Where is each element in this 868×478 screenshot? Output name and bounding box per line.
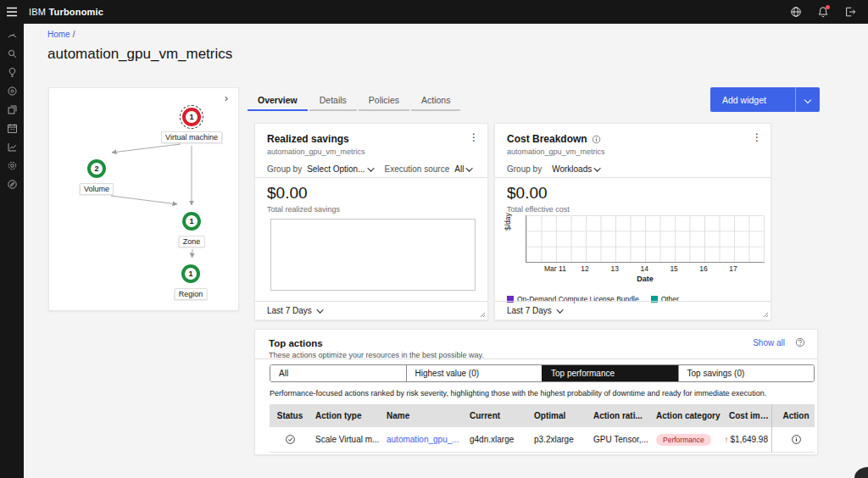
top-actions-header: Top actions These actions optimize your … bbox=[255, 330, 817, 359]
col-action[interactable]: Action bbox=[771, 404, 815, 427]
globe-icon[interactable] bbox=[788, 4, 804, 19]
col-action-category[interactable]: Action category bbox=[651, 411, 724, 420]
group-by-label: Group by bbox=[267, 164, 302, 174]
realized-savings-header: Realized savings ⋮ automation_gpu_vm_met… bbox=[255, 124, 487, 178]
empty-chart-placeholder bbox=[270, 219, 476, 291]
supply-chain-arrows bbox=[49, 88, 240, 312]
current-cell: g4dn.xlarge bbox=[465, 435, 529, 444]
supply-chain-node-region[interactable]: 1 bbox=[181, 264, 200, 283]
node-label-zone[interactable]: Zone bbox=[179, 236, 205, 247]
topbar-actions bbox=[788, 4, 868, 19]
resize-handle[interactable] bbox=[479, 311, 486, 318]
chevron-down-icon bbox=[367, 164, 374, 171]
filter-top-savings[interactable]: Top savings (0) bbox=[678, 365, 815, 381]
realized-savings-card: Realized savings ⋮ automation_gpu_vm_met… bbox=[254, 123, 488, 320]
hamburger-menu-icon[interactable] bbox=[0, 0, 24, 24]
breadcrumb-separator: / bbox=[73, 30, 75, 39]
kebab-menu-icon[interactable]: ⋮ bbox=[752, 132, 762, 142]
top-bar: IBM Turbonomic bbox=[0, 0, 868, 24]
location-target-icon[interactable] bbox=[5, 85, 19, 97]
plans-copy-icon[interactable] bbox=[5, 103, 19, 116]
tab-details[interactable]: Details bbox=[309, 90, 357, 111]
cost-breakdown-chart: $/day Mar 11 12 13 14 15 16 17 Date bbox=[507, 215, 765, 283]
schedule-calendar-icon[interactable] bbox=[5, 122, 19, 135]
x-axis-ticks: Mar 11 12 13 14 15 16 17 bbox=[526, 264, 765, 273]
viewport-corner-widget bbox=[854, 467, 868, 478]
lightbulb-icon[interactable] bbox=[5, 66, 19, 79]
show-all-link[interactable]: Show all bbox=[753, 338, 785, 347]
chevron-down-icon bbox=[316, 306, 323, 313]
node-label-volume[interactable]: Volume bbox=[80, 183, 114, 195]
analytics-chart-icon[interactable] bbox=[5, 141, 19, 153]
kebab-menu-icon[interactable]: ⋮ bbox=[469, 132, 479, 142]
x-tick: 14 bbox=[640, 264, 648, 273]
group-by-select[interactable]: Select Option... bbox=[307, 164, 374, 174]
add-widget-button[interactable]: Add widget bbox=[710, 87, 795, 112]
compass-navigate-icon[interactable] bbox=[5, 178, 19, 191]
x-tick: 15 bbox=[670, 264, 677, 273]
action-details-info-icon[interactable] bbox=[791, 434, 802, 445]
col-action-rationale[interactable]: Action rati... bbox=[588, 411, 651, 420]
execution-source-select[interactable]: All bbox=[454, 164, 473, 174]
entity-tabs: Overview Details Policies Actions bbox=[248, 90, 460, 111]
help-icon[interactable] bbox=[795, 337, 805, 347]
filter-all[interactable]: All bbox=[270, 365, 406, 381]
settings-gear-icon[interactable] bbox=[5, 159, 19, 172]
top-actions-card: Top actions These actions optimize your … bbox=[254, 329, 818, 455]
node-label-virtual-machine[interactable]: Virtual machine bbox=[161, 131, 222, 143]
action-rationale-cell: GPU Tensor,... bbox=[588, 435, 651, 444]
table-row[interactable]: Scale Virtual m... automation_gpu_... g4… bbox=[270, 427, 815, 453]
time-range-select[interactable]: Last 7 Days bbox=[255, 301, 487, 320]
entity-name-link[interactable]: automation_gpu_... bbox=[387, 435, 459, 444]
supply-chain-node-zone[interactable]: 1 bbox=[182, 212, 201, 231]
group-by-select[interactable]: Workloads bbox=[552, 164, 601, 174]
resize-handle[interactable] bbox=[762, 311, 769, 318]
brand-prefix: IBM bbox=[29, 7, 46, 17]
notifications-bell-icon[interactable] bbox=[815, 4, 831, 19]
action-filter-segmented-control: All Highest value (0) Top performance To… bbox=[270, 364, 815, 382]
search-icon[interactable] bbox=[5, 47, 19, 60]
cost-impact-value: $1,649.98 bbox=[731, 435, 769, 444]
info-icon[interactable] bbox=[592, 135, 601, 144]
tab-overview[interactable]: Overview bbox=[248, 90, 308, 111]
time-range-select[interactable]: Last 7 Days bbox=[495, 301, 771, 320]
supply-chain-node-virtual-machine[interactable]: 1 bbox=[182, 108, 201, 126]
filter-highest-value[interactable]: Highest value (0) bbox=[406, 365, 542, 381]
col-optimal[interactable]: Optimal bbox=[529, 411, 588, 420]
actions-table: Status Action type Name Current Optimal … bbox=[270, 404, 815, 453]
node-count: 1 bbox=[188, 270, 192, 278]
tab-actions[interactable]: Actions bbox=[411, 90, 460, 111]
breadcrumb-home-link[interactable]: Home bbox=[47, 30, 70, 39]
action-type-cell: Scale Virtual m... bbox=[310, 435, 381, 444]
chart-plot-area bbox=[526, 215, 765, 263]
brand-name: Turbonomic bbox=[48, 7, 103, 17]
card-controls: Group by Workloads bbox=[507, 164, 759, 174]
group-by-value: Workloads bbox=[552, 164, 592, 174]
chevron-down-icon bbox=[466, 164, 473, 171]
chevron-down-icon bbox=[556, 306, 563, 313]
filter-description: Performance-focused actions ranked by ri… bbox=[270, 389, 804, 397]
execution-source-label: Execution source bbox=[385, 164, 450, 174]
add-widget-dropdown-button[interactable] bbox=[795, 87, 820, 112]
check-circle-icon bbox=[285, 434, 296, 445]
col-cost-impact[interactable]: Cost impact bbox=[724, 411, 771, 420]
x-tick: Mar 11 bbox=[544, 264, 566, 273]
x-axis-label: Date bbox=[526, 275, 765, 283]
optimal-cell: p3.2xlarge bbox=[529, 435, 588, 444]
card-subtitle: automation_gpu_vm_metrics bbox=[507, 147, 759, 156]
supply-chain-panel: › 1 Virtual machine 2 Volume 1 Zone 1 Re… bbox=[48, 87, 239, 311]
node-count: 2 bbox=[94, 164, 98, 173]
node-label-region[interactable]: Region bbox=[175, 288, 208, 300]
col-current[interactable]: Current bbox=[465, 411, 529, 420]
col-name[interactable]: Name bbox=[381, 411, 465, 420]
supply-chain-node-volume[interactable]: 2 bbox=[87, 159, 106, 178]
logout-icon[interactable] bbox=[843, 4, 858, 19]
x-tick: 17 bbox=[729, 264, 737, 273]
time-range-value: Last 7 Days bbox=[507, 306, 552, 315]
tab-policies[interactable]: Policies bbox=[359, 90, 409, 111]
filter-top-performance[interactable]: Top performance bbox=[542, 365, 678, 381]
section-title: Top actions bbox=[269, 338, 804, 348]
col-status[interactable]: Status bbox=[270, 411, 310, 420]
col-action-type[interactable]: Action type bbox=[310, 411, 381, 420]
gauge-dashboard-icon[interactable] bbox=[5, 29, 19, 42]
